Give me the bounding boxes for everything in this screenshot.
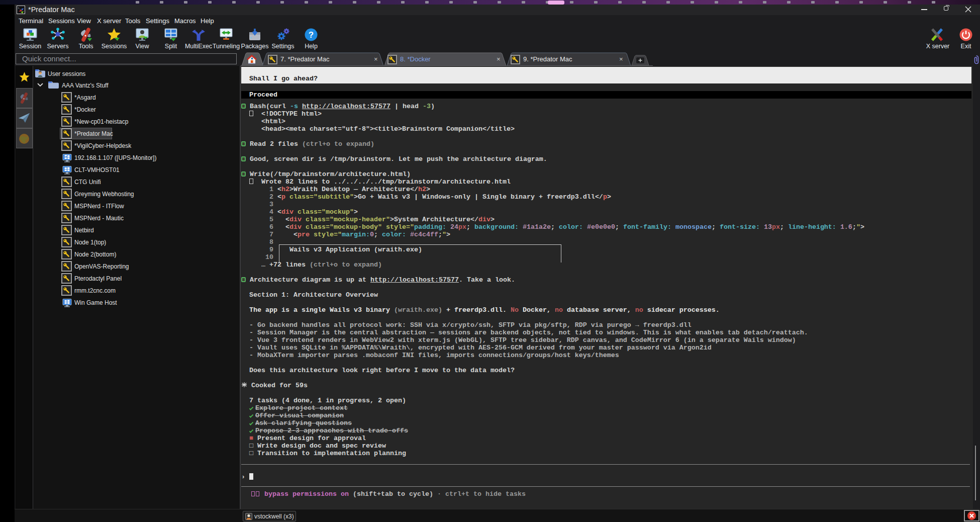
svg-text:?: ? bbox=[309, 30, 314, 40]
svg-text:>_: >_ bbox=[18, 7, 22, 10]
